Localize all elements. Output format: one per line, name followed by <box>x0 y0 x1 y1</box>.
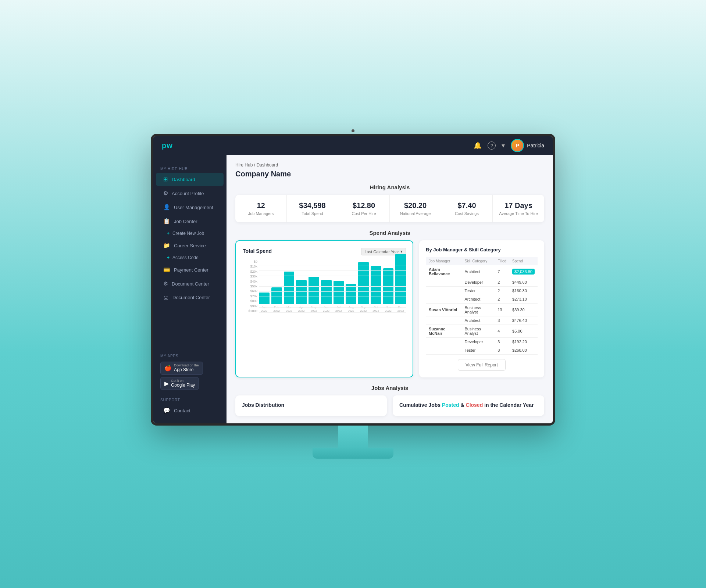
bar-label: Mar 2022 <box>286 306 292 313</box>
jobs-distribution-title: Jobs Distribution <box>242 402 380 408</box>
stat-job-managers: 12 Job Managers <box>235 195 287 222</box>
job-manager-table: Job Manager Skill Category Filled Spend … <box>426 257 538 355</box>
y-label: $20k <box>243 270 257 273</box>
stats-row: 12 Job Managers $34,598 Total Spend $12.… <box>235 195 544 222</box>
topbar: pw 🔔 ? ▾ P Patricia <box>153 136 553 155</box>
stat-label-cost-savings: Cost Savings <box>446 211 488 216</box>
td-filled: 4 <box>495 325 509 338</box>
td-spend: $160.30 <box>509 287 538 295</box>
td-skill: Architect <box>461 265 495 278</box>
bar-group: Dec 2022 <box>395 254 406 313</box>
avatar: P <box>511 139 524 152</box>
stat-value-avg-time-to-hire: 17 Days <box>497 201 540 210</box>
google-play-badge[interactable]: ▶ Get it on Google Play <box>160 377 199 390</box>
td-manager: Adam Bellavance <box>426 265 461 278</box>
app-body: My Hire Hub ⊞ Dashboard ⚙ Account Profil… <box>153 155 553 423</box>
y-label: $40k <box>243 280 257 283</box>
help-icon[interactable]: ? <box>488 141 496 150</box>
view-full-report-button[interactable]: View Full Report <box>458 359 506 371</box>
bar-group: Apr 2022 <box>296 280 307 313</box>
breadcrumb: Hire Hub / Dashboard <box>235 162 544 168</box>
sidebar-item-career-service[interactable]: 📁 Career Service <box>156 239 224 252</box>
chart-title: Total Spend <box>243 248 272 254</box>
table-row: Suzanne McNairBusiness Analyst4$5.00 <box>426 325 538 338</box>
table-row: Adam BellavanceArchitect7$2,036.80 <box>426 265 538 278</box>
td-manager <box>426 338 461 346</box>
y-label: $30k <box>243 275 257 278</box>
cumulative-title-suffix: in the Calendar Year <box>484 402 534 408</box>
apple-icon: 🍎 <box>164 365 172 372</box>
logo: pw <box>162 141 173 150</box>
sidebar-item-user-management[interactable]: 👤 User Management <box>156 201 224 214</box>
jobs-row: Jobs Distribution Cumulative Jobs Posted… <box>235 395 544 416</box>
bar <box>334 281 344 304</box>
plus-icon-access: + <box>167 255 170 260</box>
bar-label: Nov 2022 <box>385 306 392 313</box>
y-label: $10k <box>243 265 257 268</box>
spend-section: Total Spend Last Calendar Year ▾ <box>235 240 544 377</box>
th-spend: Spend <box>509 257 538 265</box>
td-spend: $5.00 <box>509 325 538 338</box>
sidebar-label-services: Document Center <box>172 281 209 287</box>
stat-value-cost-savings: $7.40 <box>446 201 488 210</box>
google-play-text: Get it on Google Play <box>171 379 195 388</box>
td-filled: 2 <box>495 278 509 287</box>
stat-label-job-managers: Job Managers <box>240 211 282 216</box>
stat-label-cost-per-hire: Cost Per Hire <box>343 211 385 216</box>
user-profile[interactable]: P Patricia <box>511 139 544 152</box>
app-store-badge[interactable]: 🍎 Download on the App Store <box>160 362 203 374</box>
bar <box>309 277 319 304</box>
bar <box>321 280 332 304</box>
td-manager <box>426 287 461 295</box>
bars-area: Jan 2022Feb 2022Mar 2022Apr 2022May 2022… <box>259 260 406 313</box>
td-skill: Tester <box>461 346 495 355</box>
bar-label: Apr 2022 <box>298 306 305 313</box>
td-skill: Tester <box>461 287 495 295</box>
sidebar-label-dashboard: Dashboard <box>172 177 195 182</box>
td-skill: Developer <box>461 338 495 346</box>
td-filled: 8 <box>495 346 509 355</box>
jobs-analysis-title: Jobs Analysis <box>235 385 544 391</box>
stat-value-cost-per-hire: $12.80 <box>343 201 385 210</box>
sidebar-item-access-code[interactable]: + Access Code <box>153 252 227 263</box>
td-spend: $273.10 <box>509 295 538 304</box>
bell-icon[interactable]: 🔔 <box>474 141 482 150</box>
bar-group: Mar 2022 <box>284 272 295 313</box>
sidebar-item-contact[interactable]: 💬 Contact <box>156 404 224 417</box>
td-skill: Architect <box>461 316 495 325</box>
sidebar-item-account-profile[interactable]: ⚙ Account Profile <box>156 187 224 200</box>
bar-group: May 2022 <box>309 277 319 313</box>
sidebar-item-document-center[interactable]: 🗂 Document Center <box>156 291 224 304</box>
sidebar-section-my-hire-hub: My Hire Hub <box>153 164 227 172</box>
dropdown-icon[interactable]: ▾ <box>502 141 505 150</box>
sidebar-item-dashboard[interactable]: ⊞ Dashboard <box>156 173 224 186</box>
table-title: By Job Manager & Skill Category <box>426 247 538 252</box>
td-manager <box>426 295 461 304</box>
briefcase-icon: 📋 <box>163 218 170 225</box>
td-manager <box>426 316 461 325</box>
topbar-right: 🔔 ? ▾ P Patricia <box>474 139 544 152</box>
stat-total-spend: $34,598 Total Spend <box>287 195 338 222</box>
table-row: Tester2$160.30 <box>426 287 538 295</box>
sidebar-item-job-center[interactable]: 📋 Job Center <box>156 215 224 228</box>
services-icon: ⚙ <box>163 280 168 287</box>
bar-group: Feb 2022 <box>271 287 282 313</box>
posted-label: Posted <box>442 402 459 408</box>
stat-avg-time-to-hire: 17 Days Average Time To Hire <box>493 195 544 222</box>
y-label: $0 <box>243 260 257 263</box>
sidebar-label-job-center: Job Center <box>174 219 197 224</box>
breadcrumb-root: Hire Hub <box>235 162 253 168</box>
bar <box>383 268 394 304</box>
app-store-text: Download on the App Store <box>174 364 199 372</box>
sidebar-label-contact: Contact <box>174 408 190 413</box>
sidebar-item-payment-center[interactable]: 💳 Payment Center <box>156 263 224 276</box>
sidebar-item-create-new-job[interactable]: + Create New Job <box>153 228 227 239</box>
th-skill-category: Skill Category <box>461 257 495 265</box>
sidebar-item-services[interactable]: ⚙ Document Center <box>156 277 224 290</box>
monitor-stand-neck <box>338 426 368 448</box>
bar <box>358 262 369 304</box>
stat-value-total-spend: $34,598 <box>291 201 334 210</box>
sidebar-section-my-apps: My Apps <box>160 354 219 358</box>
bar-label: Jan 2022 <box>261 306 267 313</box>
breadcrumb-current: Dashboard <box>256 162 278 168</box>
